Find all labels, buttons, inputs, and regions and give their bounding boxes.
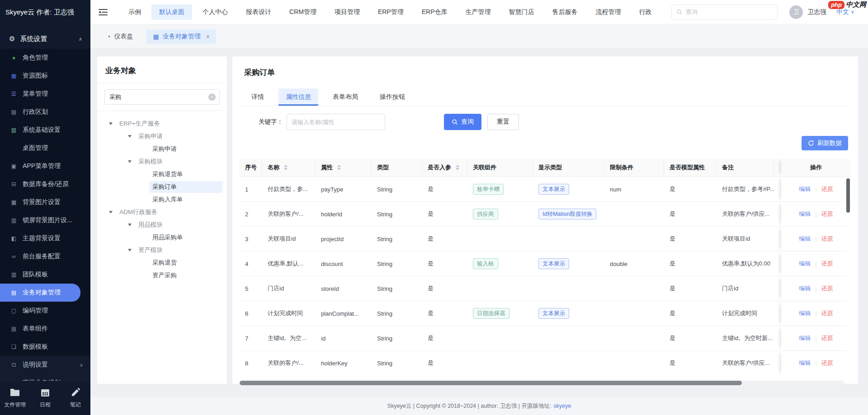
tree-node[interactable]: 采购申请 <box>102 130 222 143</box>
tree-node[interactable]: 采购退货 <box>102 256 222 269</box>
menu-fold-icon[interactable] <box>99 9 108 16</box>
sidebar-item[interactable]: ▤表单组件 <box>0 320 90 338</box>
tree-node[interactable]: 采购入库单 <box>102 193 222 206</box>
tab-item[interactable]: 表单布局 <box>326 89 365 106</box>
dock-item[interactable]: 文件管理 <box>0 381 30 415</box>
opensource-link[interactable]: skyeye <box>553 403 571 409</box>
topnav-item[interactable]: 默认桌面 <box>151 5 192 20</box>
tree-node-label[interactable]: 采购订单 <box>150 181 222 193</box>
sidebar-section-system-settings[interactable]: ⚙ 系统设置 ∧ <box>0 29 90 49</box>
tree-node[interactable]: 资产模块 <box>102 244 222 256</box>
tree-caret-icon[interactable] <box>128 249 132 252</box>
edit-link[interactable]: 编辑 <box>799 334 811 342</box>
sidebar-item[interactable]: ⊟数据库备份/还原 <box>0 175 90 193</box>
tree-node[interactable]: 采购模块 <box>102 155 222 168</box>
sidebar-item[interactable]: ▤业务对象管理 <box>0 284 80 302</box>
tree-node-label[interactable]: 用品模块 <box>136 219 222 231</box>
tree-node-label[interactable]: 采购申请 <box>150 143 222 155</box>
sidebar-group[interactable]: ⊡说明设置∨ <box>0 356 90 374</box>
tree-caret-icon[interactable] <box>109 211 113 214</box>
tree-node[interactable]: 用品模块 <box>102 219 222 231</box>
vertical-scrollbar[interactable] <box>846 178 850 213</box>
refresh-button[interactable]: 刷新数据 <box>802 136 848 150</box>
sidebar-item[interactable]: ▣APP菜单管理 <box>0 157 90 175</box>
tree-node-label[interactable]: 资产采购 <box>150 270 222 281</box>
tree-caret-icon[interactable] <box>109 122 113 125</box>
sidebar-item[interactable]: ▦背景图片设置 <box>0 193 90 211</box>
dock-item[interactable]: 日程 <box>30 381 61 415</box>
sidebar-item[interactable]: ▧系统基础设置 <box>0 121 90 139</box>
edit-link[interactable]: 编辑 <box>799 284 811 293</box>
sort-asc-icon[interactable] <box>456 165 459 167</box>
edit-link[interactable]: 编辑 <box>799 210 811 218</box>
language-switcher[interactable]: 中文 ∨ <box>836 8 854 16</box>
tree-node-label[interactable]: ERP+生产服务 <box>117 118 222 130</box>
tree-node-label[interactable]: 用品采购单 <box>150 232 222 243</box>
tree-node[interactable]: 资产采购 <box>102 269 222 282</box>
tab-item[interactable]: 操作按钮 <box>373 89 412 106</box>
sidebar-item[interactable]: ●角色管理 <box>0 49 90 67</box>
sort-asc-icon[interactable] <box>284 165 288 167</box>
sidebar-item[interactable]: ◧主题背景设置 <box>0 229 90 247</box>
clear-icon[interactable]: × <box>208 93 216 101</box>
tab-item[interactable]: 详情 <box>244 89 271 106</box>
sort-icon[interactable] <box>337 165 341 170</box>
global-search-input[interactable] <box>685 9 772 15</box>
topnav-item[interactable]: 智慧门店 <box>501 5 542 20</box>
tree-node-label[interactable]: 采购申请 <box>136 131 222 142</box>
sort-icon[interactable] <box>456 165 459 170</box>
topnav-item[interactable]: 报表设计 <box>238 5 279 20</box>
topnav-item[interactable]: CRM管理 <box>282 5 324 20</box>
topnav-item[interactable]: 示例 <box>121 5 149 20</box>
topnav-item[interactable]: 行政 <box>631 5 659 20</box>
topnav-item[interactable]: 售后服务 <box>544 5 585 20</box>
restore-link[interactable]: 还原 <box>821 359 833 367</box>
horizontal-scrollbar[interactable] <box>240 381 844 385</box>
edit-link[interactable]: 编辑 <box>799 185 811 193</box>
restore-link[interactable]: 还原 <box>821 260 833 268</box>
topnav-item[interactable]: 个人中心 <box>195 5 236 20</box>
sidebar-item[interactable]: 桌面管理 <box>0 139 90 157</box>
sort-desc-icon[interactable] <box>456 168 459 170</box>
close-icon[interactable]: × <box>206 33 210 40</box>
reset-button[interactable]: 重置 <box>487 114 519 130</box>
scrollbar-thumb[interactable] <box>240 381 742 385</box>
tree-node[interactable]: 采购订单 <box>102 181 222 193</box>
sort-icon[interactable] <box>284 165 288 170</box>
tree-node-label[interactable]: 采购退货 <box>150 257 222 269</box>
sidebar-item[interactable]: ∞前台服务配置 <box>0 247 90 266</box>
sort-desc-icon[interactable] <box>284 168 288 170</box>
dock-item[interactable]: 笔记 <box>60 381 90 415</box>
open-tab[interactable]: ▦业务对象管理× <box>146 29 216 44</box>
tree-node-label[interactable]: 采购模块 <box>136 156 222 168</box>
tab-active[interactable]: 属性信息 <box>278 89 318 106</box>
restore-link[interactable]: 还原 <box>821 334 833 342</box>
restore-link[interactable]: 还原 <box>821 309 833 317</box>
tree-caret-icon[interactable] <box>128 160 132 163</box>
topnav-item[interactable]: 流程管理 <box>588 5 628 20</box>
search-button[interactable]: 查询 <box>444 114 481 130</box>
tree-caret-icon[interactable] <box>128 224 132 226</box>
tree-node-label[interactable]: ADM行政服务 <box>117 206 222 218</box>
sidebar-item[interactable]: ❏数据模板 <box>0 338 90 356</box>
topnav-item[interactable]: ERP管理 <box>370 5 411 20</box>
tree-node-label[interactable]: 资产模块 <box>136 244 222 256</box>
sort-desc-icon[interactable] <box>337 168 341 170</box>
topnav-item[interactable]: ERP仓库 <box>414 5 455 20</box>
restore-link[interactable]: 还原 <box>821 284 833 293</box>
sidebar-item[interactable]: ▢编码管理 <box>0 302 90 320</box>
edit-link[interactable]: 编辑 <box>799 235 811 243</box>
tree-node[interactable]: ADM行政服务 <box>102 206 222 219</box>
edit-link[interactable]: 编辑 <box>799 260 811 268</box>
sidebar-group[interactable]: ⊞项目业务规划∨ <box>0 374 90 381</box>
topnav-item[interactable]: 生产管理 <box>458 5 498 20</box>
tree-node[interactable]: 采购退货单 <box>102 168 222 181</box>
sidebar-item[interactable]: ☰菜单管理 <box>0 85 90 103</box>
topnav-item[interactable]: 项目管理 <box>327 5 368 20</box>
tree-node[interactable]: 采购申请 <box>102 143 222 155</box>
tree-caret-icon[interactable] <box>128 135 132 138</box>
tree-node[interactable]: ERP+生产服务 <box>102 117 222 130</box>
edit-link[interactable]: 编辑 <box>799 359 811 367</box>
user-name[interactable]: 卫志强 <box>807 8 826 16</box>
edit-link[interactable]: 编辑 <box>799 309 811 317</box>
